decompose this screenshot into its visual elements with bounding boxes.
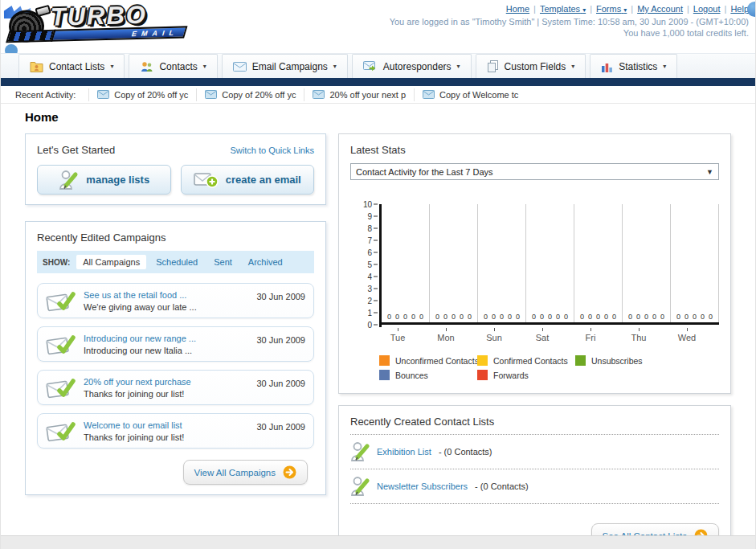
campaign-subtitle: We're giving away our late ... bbox=[84, 302, 248, 312]
manage-lists-button[interactable]: manage lists bbox=[37, 165, 171, 195]
x-tick-label-mon: Mon bbox=[422, 327, 470, 342]
get-started-panel: Let's Get Started Switch to Quick Links bbox=[25, 133, 326, 205]
switch-quick-links[interactable]: Switch to Quick Links bbox=[230, 145, 314, 155]
campaign-card[interactable]: Welcome to our email listThanks for join… bbox=[37, 413, 314, 449]
nav-tab-statistics[interactable]: Statistics▾ bbox=[590, 54, 677, 78]
chart-values-row: 00000 bbox=[383, 313, 427, 321]
header-link-help[interactable]: Help bbox=[730, 4, 749, 14]
recent-activity-item[interactable]: Copy of 20% off yc bbox=[88, 88, 196, 101]
show-label: SHOW: bbox=[43, 258, 70, 267]
chart-value: 0 bbox=[500, 313, 504, 321]
y-tick-value: 3 bbox=[367, 285, 372, 293]
chart-value: 0 bbox=[468, 313, 472, 321]
nav-tab-label: Custom Fields bbox=[505, 61, 566, 72]
envelope-small-icon bbox=[423, 90, 435, 99]
chart-value: 0 bbox=[411, 313, 415, 321]
recent-activity-item[interactable]: Copy of Welcome tc bbox=[414, 88, 526, 101]
nav-tab-custom-fields[interactable]: Custom Fields▾ bbox=[476, 54, 586, 78]
header-link-templates[interactable]: Templates ▾ bbox=[540, 4, 586, 14]
chart-values-row: 00000 bbox=[528, 313, 572, 321]
campaign-card[interactable]: See us at the retail food ...We're givin… bbox=[37, 283, 314, 318]
chart-value: 0 bbox=[443, 313, 447, 321]
credits-remaining: You have 1,000 total credits left. bbox=[623, 28, 749, 38]
help-bubble-icon[interactable] bbox=[747, 2, 756, 17]
nav-tab-contact-lists[interactable]: Contact Lists▾ bbox=[18, 54, 125, 78]
create-email-button[interactable]: create an email bbox=[181, 165, 315, 195]
envelope-small-icon bbox=[313, 90, 325, 99]
x-tick-label-tue: Tue bbox=[374, 327, 422, 342]
chart-day-column: 00000 bbox=[382, 204, 430, 322]
contact-list-link-newsletter-subscribers[interactable]: Newsletter Subscribers bbox=[377, 481, 468, 491]
legend-item-confirmed-contacts: Confirmed Contacts bbox=[477, 355, 575, 366]
legend-label: Forwards bbox=[493, 371, 529, 380]
chart-values-row: 00000 bbox=[431, 313, 476, 321]
recent-activity-text: 20% off your next p bbox=[329, 90, 406, 100]
campaigns-filter-bar: SHOW: All CampaignsScheduledSentArchived bbox=[37, 251, 314, 273]
header-link-forms[interactable]: Forms ▾ bbox=[596, 4, 627, 14]
nav-tab-email-campaigns[interactable]: Email Campaigns▾ bbox=[222, 54, 348, 78]
legend-swatch bbox=[575, 355, 586, 366]
legend-item-unsubscribes: Unsubscribes bbox=[575, 355, 673, 366]
chart-value: 0 bbox=[709, 313, 713, 321]
header: TURBO EMAIL Home|Templates ▾|Forms ▾|My … bbox=[1, 0, 755, 50]
chevron-down-icon: ▾ bbox=[110, 63, 113, 70]
chevron-down-icon: ▾ bbox=[203, 63, 206, 70]
campaign-card-list: See us at the retail food ...We're givin… bbox=[37, 283, 314, 449]
campaign-title-link[interactable]: Welcome to our email list bbox=[84, 420, 248, 430]
chevron-down-icon: ▾ bbox=[582, 6, 586, 14]
campaign-title-link[interactable]: 20% off your next purchase bbox=[84, 377, 248, 387]
nav-tab-label: Statistics bbox=[619, 61, 657, 72]
envelope-plus-icon bbox=[194, 171, 219, 188]
y-tick-value: 10 bbox=[363, 200, 372, 209]
contact-list-link-exhibition-list[interactable]: Exhibition List bbox=[377, 447, 431, 457]
nav-tab-autoresponders[interactable]: Autoresponders▾ bbox=[352, 54, 472, 78]
chart-value: 0 bbox=[435, 313, 439, 321]
campaign-card[interactable]: Introducing our new range ...Introducing… bbox=[37, 326, 314, 362]
chart-value: 0 bbox=[460, 313, 464, 321]
filter-scheduled[interactable]: Scheduled bbox=[149, 255, 204, 269]
people-icon bbox=[140, 61, 153, 72]
chart-value: 0 bbox=[508, 313, 512, 321]
filter-sent[interactable]: Sent bbox=[207, 255, 239, 269]
nav-tab-contacts[interactable]: Contacts▾ bbox=[129, 54, 217, 78]
recent-activity-item[interactable]: Copy of 20% off yc bbox=[196, 88, 304, 101]
header-link-home[interactable]: Home bbox=[506, 4, 529, 14]
campaign-card-text: See us at the retail food ...We're givin… bbox=[84, 290, 248, 312]
campaign-date: 30 Jun 2009 bbox=[256, 379, 305, 388]
envelope-small-icon bbox=[97, 90, 109, 99]
y-tick-value: 6 bbox=[367, 248, 372, 257]
filter-all-campaigns[interactable]: All Campaigns bbox=[76, 255, 146, 269]
chart-plot-area: 00000000000000000000000000000000000 bbox=[382, 204, 719, 325]
login-status: You are logged in as "Timothy Smith" | S… bbox=[390, 17, 749, 27]
y-tick-value: 5 bbox=[367, 260, 372, 269]
legend-label: Bounces bbox=[395, 371, 428, 380]
chart-day-column: 00000 bbox=[526, 204, 574, 322]
chart-value: 0 bbox=[636, 313, 640, 321]
stats-period-dropdown[interactable]: Contact Activity for the Last 7 Days ▼ bbox=[350, 163, 719, 180]
link-separator: | bbox=[725, 4, 727, 14]
header-link-logout[interactable]: Logout bbox=[693, 4, 721, 14]
envelope-edit-icon bbox=[46, 375, 76, 399]
contact-list-detail: - (0 Contacts) bbox=[475, 481, 529, 491]
chart-x-axis-labels: TueMonSunSatFriThuWed bbox=[374, 327, 711, 342]
chart-values-row: 00000 bbox=[480, 313, 524, 321]
nav-tab-label: Contacts bbox=[159, 61, 197, 72]
y-tick-label: 10 bbox=[363, 200, 378, 209]
recent-activity-item[interactable]: 20% off your next p bbox=[304, 88, 414, 101]
envelope-edit-icon bbox=[46, 419, 76, 443]
campaign-card-text: Introducing our new range ...Introducing… bbox=[84, 334, 248, 355]
campaign-title-link[interactable]: See us at the retail food ... bbox=[84, 290, 248, 300]
campaign-title-link[interactable]: Introducing our new range ... bbox=[84, 334, 248, 343]
chart-value: 0 bbox=[684, 313, 689, 321]
chart-y-axis: 012345678910 bbox=[358, 204, 379, 325]
legend-item-unconfirmed-contacts: Unconfirmed Contacts bbox=[379, 355, 477, 366]
header-link-my-account[interactable]: My Account bbox=[637, 4, 683, 14]
x-tick-label-thu: Thu bbox=[615, 327, 663, 342]
chart-value: 0 bbox=[628, 313, 632, 321]
nav-tab-label: Email Campaigns bbox=[252, 61, 328, 72]
chart-day-column: 00000 bbox=[671, 204, 719, 322]
filter-archived[interactable]: Archived bbox=[242, 255, 289, 269]
view-all-campaigns-button[interactable]: View All Campaigns bbox=[183, 460, 308, 485]
campaign-subtitle: Thanks for joining our list! bbox=[84, 432, 248, 442]
campaign-card[interactable]: 20% off your next purchaseThanks for joi… bbox=[37, 370, 314, 405]
